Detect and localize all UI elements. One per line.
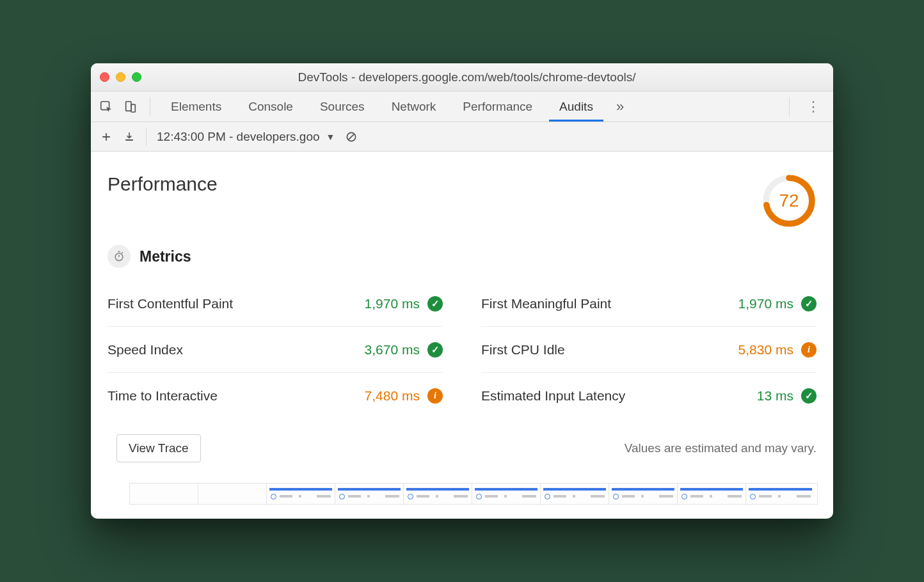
tab-audits[interactable]: Audits: [549, 91, 603, 122]
tab-elements[interactable]: Elements: [161, 91, 232, 122]
new-audit-icon[interactable]: [100, 130, 113, 143]
metric-row: First Meaningful Paint 1,970 ms ✓: [481, 281, 816, 327]
metric-value: 1,970 ms: [738, 296, 793, 311]
filmstrip-frame: [541, 484, 609, 504]
metric-value: 7,480 ms: [365, 388, 420, 404]
metric-value: 13 ms: [757, 388, 793, 404]
info-icon: i: [427, 388, 443, 404]
filmstrip-frame: [335, 484, 404, 504]
metrics-section-header: Metrics: [104, 235, 820, 281]
devtools-window: DevTools - developers.google.com/web/too…: [91, 63, 833, 519]
metric-row: Speed Index 3,670 ms ✓: [108, 327, 443, 373]
devtools-tab-bar: Elements Console Sources Network Perform…: [91, 91, 833, 122]
metric-name: First CPU Idle: [481, 342, 565, 358]
metrics-label: Metrics: [139, 248, 191, 265]
svg-rect-1: [126, 101, 131, 111]
metric-row: Estimated Input Latency 13 ms ✓: [481, 373, 816, 419]
tab-network[interactable]: Network: [381, 91, 447, 122]
view-trace-button[interactable]: View Trace: [116, 434, 201, 462]
metric-name: First Meaningful Paint: [481, 296, 611, 311]
inspect-element-icon[interactable]: [97, 98, 115, 116]
filmstrip-frame: [404, 484, 472, 504]
metrics-grid: First Contentful Paint 1,970 ms ✓ First …: [104, 281, 820, 419]
metric-name: First Contentful Paint: [108, 296, 233, 311]
close-icon[interactable]: [100, 72, 109, 82]
metric-name: Time to Interactive: [108, 388, 218, 404]
audit-toolbar: 12:43:00 PM - developers.goo ▼: [91, 122, 833, 152]
clear-icon[interactable]: [345, 130, 358, 143]
filmstrip: [129, 483, 818, 505]
category-title: Performance: [108, 173, 218, 195]
report-dropdown-label: 12:43:00 PM - developers.goo: [157, 130, 320, 144]
filmstrip-frame: [130, 484, 198, 504]
metric-value: 3,670 ms: [365, 342, 420, 358]
report-dropdown[interactable]: 12:43:00 PM - developers.goo ▼: [157, 130, 335, 144]
kebab-menu-icon[interactable]: ⋮: [800, 98, 827, 115]
checkmark-icon: ✓: [427, 342, 443, 358]
download-icon[interactable]: [123, 130, 136, 143]
checkmark-icon: ✓: [801, 388, 816, 404]
filmstrip-frame: [472, 484, 541, 504]
tabs-overflow-icon[interactable]: »: [610, 98, 630, 115]
zoom-icon[interactable]: [132, 72, 141, 82]
stopwatch-icon: [108, 245, 131, 268]
metric-row: Time to Interactive 7,480 ms i: [108, 373, 443, 419]
window-controls: [100, 72, 141, 82]
checkmark-icon: ✓: [427, 296, 443, 311]
metric-name: Speed Index: [108, 342, 183, 358]
metric-value: 5,830 ms: [738, 342, 793, 358]
minimize-icon[interactable]: [116, 72, 125, 82]
tab-performance[interactable]: Performance: [452, 91, 543, 122]
titlebar: DevTools - developers.google.com/web/too…: [91, 63, 833, 91]
filmstrip-frame: [746, 484, 815, 504]
filmstrip-frame: [198, 484, 267, 504]
score-gauge: 72: [761, 173, 816, 228]
filmstrip-frame: [678, 484, 746, 504]
info-icon: i: [801, 342, 816, 358]
tab-console[interactable]: Console: [238, 91, 303, 122]
filmstrip-frame: [267, 484, 335, 504]
filmstrip-frame: [609, 484, 678, 504]
score-value: 72: [761, 173, 816, 228]
svg-rect-2: [131, 104, 135, 112]
tab-sources[interactable]: Sources: [310, 91, 375, 122]
chevron-down-icon: ▼: [326, 132, 335, 142]
checkmark-icon: ✓: [801, 296, 816, 311]
metric-name: Estimated Input Latency: [481, 388, 625, 404]
metric-row: First CPU Idle 5,830 ms i: [481, 327, 816, 373]
window-title: DevTools - developers.google.com/web/too…: [154, 70, 779, 84]
audit-report: Performance 72 Metrics: [91, 152, 833, 519]
values-note: Values are estimated and may vary.: [625, 441, 816, 455]
device-toolbar-icon[interactable]: [122, 98, 139, 116]
metric-row: First Contentful Paint 1,970 ms ✓: [108, 281, 443, 327]
metric-value: 1,970 ms: [365, 296, 420, 311]
